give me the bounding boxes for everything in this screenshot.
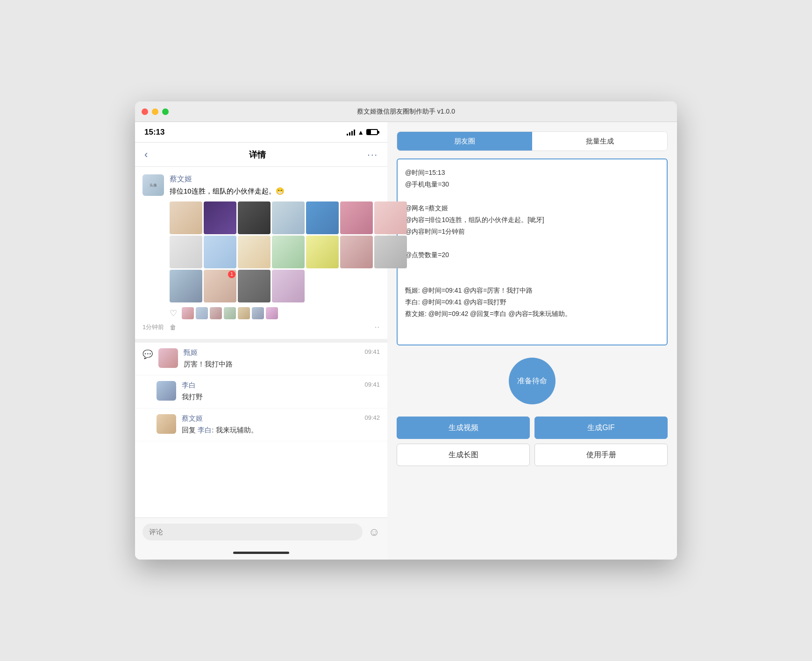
generate-video-button[interactable]: 生成视频 bbox=[397, 417, 530, 439]
grid-image-9 bbox=[204, 236, 236, 268]
comment-username-1: 甄姬 bbox=[184, 348, 198, 357]
image-row-3: 1 bbox=[170, 270, 380, 302]
emoji-button[interactable]: ☺ bbox=[368, 525, 380, 539]
comment-text-3: 回复 李白: 我来玩辅助。 bbox=[182, 425, 380, 436]
generate-gif-button[interactable]: 生成GIF bbox=[534, 417, 668, 439]
signal-bar-4 bbox=[354, 129, 355, 136]
comment-bar: ☺ bbox=[135, 517, 387, 546]
comment-avatar-2 bbox=[157, 381, 176, 401]
home-line bbox=[233, 552, 289, 554]
comment-item-2: 李白 09:41 我打野 bbox=[135, 375, 387, 409]
comment-time-2: 09:41 bbox=[364, 381, 380, 390]
wifi-icon: ▲ bbox=[357, 129, 364, 136]
comment-item: 💬 甄姬 09:41 厉害！我打中路 bbox=[135, 343, 387, 376]
comment-username-2: 李白 bbox=[182, 381, 196, 390]
tab-moments[interactable]: 朋友圈 bbox=[397, 132, 532, 151]
comment-avatar-1 bbox=[158, 348, 178, 368]
comment-bubble-icon: 💬 bbox=[142, 349, 153, 370]
battery-icon bbox=[366, 129, 378, 135]
main-content: 15:13 ▲ ‹ 详情 ··· bbox=[135, 122, 677, 560]
spacer bbox=[142, 381, 151, 402]
grid-image-2 bbox=[204, 201, 236, 234]
like-avatar-4 bbox=[224, 307, 236, 319]
like-avatar-6 bbox=[252, 307, 264, 319]
like-avatar-2 bbox=[196, 307, 208, 319]
status-button[interactable]: 准备待命 bbox=[509, 358, 556, 404]
user-manual-button[interactable]: 使用手册 bbox=[534, 444, 668, 466]
tab-batch[interactable]: 批量生成 bbox=[532, 132, 667, 151]
comment-header-2: 李白 09:41 bbox=[182, 381, 380, 390]
minimize-button[interactable] bbox=[152, 108, 158, 115]
maximize-button[interactable] bbox=[162, 108, 169, 115]
grid-image-15 bbox=[170, 270, 202, 302]
signal-bar-1 bbox=[347, 134, 348, 136]
home-indicator bbox=[135, 546, 387, 560]
comment-text-1: 厉害！我打中路 bbox=[184, 359, 380, 370]
generate-long-image-button[interactable]: 生成长图 bbox=[397, 444, 530, 466]
comment-username-3: 蔡文姬 bbox=[182, 414, 203, 423]
comment-header-3: 蔡文姬 09:42 bbox=[182, 414, 380, 423]
post-actions-button[interactable]: ·· bbox=[375, 323, 380, 331]
like-avatar-3 bbox=[210, 307, 222, 319]
grid-image-5 bbox=[306, 201, 339, 234]
grid-image-12 bbox=[306, 236, 339, 268]
post-avatar: 头像 bbox=[142, 174, 164, 196]
comment-text-2: 我打野 bbox=[182, 392, 380, 402]
comment-avatar-3 bbox=[157, 414, 176, 434]
tabs: 朋友圈 批量生成 bbox=[397, 131, 668, 151]
grid-image-18 bbox=[272, 270, 305, 302]
grid-image-16: 1 bbox=[204, 270, 236, 302]
close-button[interactable] bbox=[142, 108, 148, 115]
titlebar: 蔡文姬微信朋友圈制作助手 v1.0.0 bbox=[135, 101, 677, 122]
comment-time-3: 09:42 bbox=[364, 414, 380, 423]
like-avatar-5 bbox=[238, 307, 250, 319]
status-area: 准备待命 bbox=[397, 353, 668, 409]
grid-image-17 bbox=[238, 270, 271, 302]
grid-image-11 bbox=[272, 236, 305, 268]
grid-image-4 bbox=[272, 201, 305, 234]
comments-section: 💬 甄姬 09:41 厉害！我打中路 bbox=[135, 343, 387, 518]
phone-panel: 15:13 ▲ ‹ 详情 ··· bbox=[135, 122, 387, 560]
post-username: 蔡文姬 bbox=[170, 174, 380, 184]
likes-row: ♡ bbox=[170, 307, 380, 319]
main-window: 蔡文姬微信朋友圈制作助手 v1.0.0 15:13 ▲ bbox=[135, 101, 677, 560]
grid-image-6 bbox=[340, 201, 373, 234]
grid-image-10 bbox=[238, 236, 271, 268]
titlebar-buttons bbox=[142, 108, 169, 115]
window-title: 蔡文姬微信朋友圈制作助手 v1.0.0 bbox=[357, 108, 455, 116]
back-button[interactable]: ‹ bbox=[144, 149, 148, 161]
action-buttons: 生成视频 生成GIF 生成长图 使用手册 bbox=[397, 417, 668, 466]
phone-time: 15:13 bbox=[144, 128, 164, 137]
image-grid: 1 bbox=[170, 201, 380, 302]
grid-image-1 bbox=[170, 201, 202, 234]
text-editor[interactable]: @时间=15:13 @手机电量=30 @网名=蔡文姬 @内容=排位10连胜，组队… bbox=[397, 158, 668, 345]
post-meta: 1分钟前 🗑 ·· bbox=[142, 323, 380, 331]
comment-body-3: 蔡文姬 09:42 回复 李白: 我来玩辅助。 bbox=[182, 414, 380, 436]
phone-navbar: ‹ 详情 ··· bbox=[135, 143, 387, 167]
image-row-1 bbox=[170, 201, 380, 234]
grid-image-14 bbox=[374, 236, 407, 268]
like-avatar-1 bbox=[182, 307, 194, 319]
signal-bar-3 bbox=[351, 131, 353, 136]
spacer-2 bbox=[142, 414, 151, 436]
like-avatars bbox=[182, 307, 278, 319]
grid-image-8 bbox=[170, 236, 202, 268]
post-time: 1分钟前 bbox=[142, 323, 164, 331]
comment-input[interactable] bbox=[142, 524, 363, 540]
signal-icon bbox=[347, 129, 355, 136]
grid-image-13 bbox=[340, 236, 373, 268]
grid-image-3 bbox=[238, 201, 271, 234]
delete-icon[interactable]: 🗑 bbox=[170, 323, 176, 331]
phone-icons: ▲ bbox=[347, 129, 378, 136]
phone-statusbar: 15:13 ▲ bbox=[135, 122, 387, 143]
more-button[interactable]: ··· bbox=[367, 149, 378, 160]
like-avatar-7 bbox=[266, 307, 278, 319]
signal-bar-2 bbox=[349, 132, 350, 136]
post-content: 排位10连胜，组队的小伙伴走起。😁 bbox=[170, 186, 380, 197]
comment-header-1: 甄姬 09:41 bbox=[184, 348, 380, 357]
nav-title: 详情 bbox=[249, 149, 266, 160]
comment-item-3: 蔡文姬 09:42 回复 李白: 我来玩辅助。 bbox=[135, 409, 387, 442]
battery-fill bbox=[367, 130, 371, 134]
post-info: 蔡文姬 排位10连胜，组队的小伙伴走起。😁 bbox=[170, 174, 380, 197]
image-row-2 bbox=[170, 236, 380, 268]
